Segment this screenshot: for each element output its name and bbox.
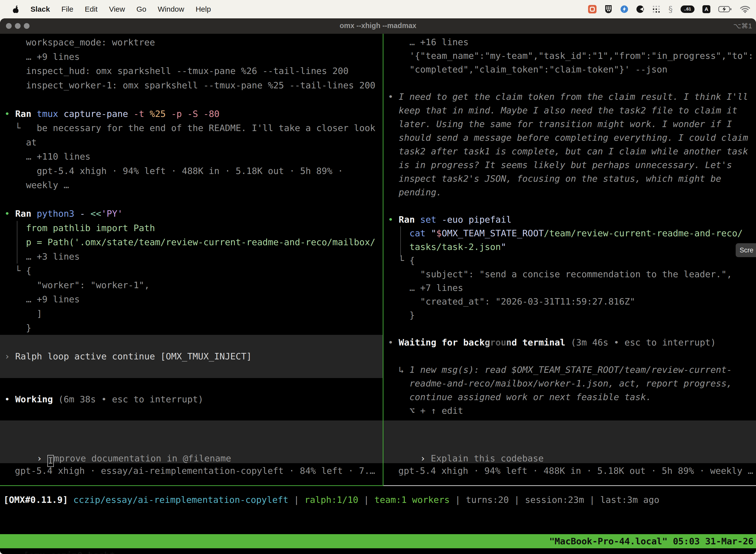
window-title: omx --xhigh --madmax bbox=[0, 21, 756, 30]
text-segment: should send a message before completing … bbox=[388, 132, 748, 143]
text-segment: readme-and-reco/mailbox/worker-1.json, a… bbox=[388, 378, 732, 388]
terminal-line: workspace_mode: worktree bbox=[0, 35, 383, 50]
menu-item-edit[interactable]: Edit bbox=[85, 5, 98, 13]
prompt-input-right[interactable]: ›Explain this codebase bbox=[383, 437, 756, 451]
text-segment: rou bbox=[490, 337, 506, 347]
wifi-icon[interactable] bbox=[740, 5, 750, 13]
text-segment: -euo pipefail bbox=[442, 214, 512, 225]
bolt-badge-icon[interactable] bbox=[620, 5, 628, 13]
input-source-icon[interactable]: A bbox=[702, 5, 710, 13]
text-segment: Ran bbox=[15, 209, 37, 219]
terminal-line bbox=[383, 76, 756, 90]
menu-bar: Slack FileEditViewGoWindowHelp bbox=[0, 0, 756, 18]
menu-item-view[interactable]: View bbox=[109, 5, 125, 13]
text-segment: … +9 lines bbox=[4, 52, 80, 62]
terminal-line: at bbox=[0, 135, 383, 150]
text-segment: └ { bbox=[4, 266, 31, 276]
apple-menu-icon[interactable] bbox=[12, 5, 19, 13]
moon-icon[interactable] bbox=[636, 5, 644, 13]
terminal-line: "created_at": "2026-03-31T11:59:27.816Z" bbox=[383, 295, 756, 308]
text-segment: └ { bbox=[388, 256, 415, 266]
text-segment: • bbox=[4, 109, 15, 119]
text-segment: Waiting for back bbox=[398, 337, 485, 347]
text-segment bbox=[68, 495, 73, 505]
text-segment: /team/review-current-readme-and-reco/ bbox=[544, 228, 743, 238]
text-segment: 'PY' bbox=[101, 209, 123, 219]
prompt-input-left[interactable]: ›Improve documentation in @filename bbox=[0, 437, 383, 451]
terminal-line: } bbox=[0, 321, 383, 335]
terminal-line bbox=[0, 192, 383, 207]
text-segment: %25 bbox=[149, 109, 171, 119]
text-segment: • bbox=[388, 214, 398, 225]
text-segment: cczip/essay/ai-reimplementation-copyleft bbox=[73, 495, 289, 505]
text-segment: -t bbox=[133, 109, 149, 119]
coin-badge-icon[interactable]: ..61 bbox=[681, 5, 694, 13]
shield-grid-icon[interactable] bbox=[605, 5, 612, 14]
terminal-line: later. Using the same for transition mig… bbox=[383, 117, 756, 131]
menu-item-window[interactable]: Window bbox=[158, 5, 184, 13]
text-segment: … +110 lines bbox=[4, 151, 90, 162]
menu-item-app[interactable]: Slack bbox=[30, 5, 50, 13]
text-segment: -p -S -80 bbox=[171, 109, 219, 119]
terminal-line: • Ran tmux capture-pane -t %25 -p -S -80 bbox=[0, 107, 383, 121]
terminal-line: gpt-5.4 xhigh · 94% left · 488K in · 5.1… bbox=[0, 164, 383, 178]
text-segment: "worker": "worker-1", bbox=[4, 280, 149, 290]
terminal-line: • Ran python3 - <<'PY' bbox=[0, 207, 383, 221]
apps-grid-icon[interactable] bbox=[652, 5, 660, 13]
text-segment: " bbox=[501, 242, 506, 252]
left-pane-border bbox=[0, 485, 383, 486]
text-segment: - bbox=[80, 209, 90, 219]
terminal-line: continue assigned work or next feasible … bbox=[383, 390, 756, 404]
terminal-line bbox=[0, 364, 383, 378]
text-segment: | bbox=[289, 495, 305, 505]
text-segment: later. Using the same for transition mig… bbox=[388, 119, 732, 129]
battery-icon[interactable] bbox=[718, 6, 732, 13]
prompt-chevron: › bbox=[420, 453, 426, 463]
terminal-line: ] bbox=[0, 307, 383, 321]
text-segment: ⌥ + ↑ edit bbox=[388, 405, 463, 416]
text-segment: at bbox=[4, 137, 37, 148]
menu-item-go[interactable]: Go bbox=[136, 5, 146, 13]
terminal-line: • Working (6m 38s • esc to interrupt) bbox=[0, 392, 383, 406]
text-segment: "subject": "send a concise recommendatio… bbox=[388, 269, 732, 279]
menu-item-file[interactable]: File bbox=[61, 5, 73, 13]
terminal-line bbox=[0, 378, 383, 392]
text-segment: ] bbox=[4, 309, 42, 319]
text-segment: gpt-5.4 xhigh · 94% left · 488K in · 5.1… bbox=[4, 166, 343, 176]
terminal-line: … +9 lines bbox=[0, 292, 383, 307]
terminal-line bbox=[0, 406, 383, 421]
text-segment: Working bbox=[15, 394, 58, 404]
text-segment: capture-pane bbox=[63, 109, 133, 119]
menu-item-help[interactable]: Help bbox=[196, 5, 211, 13]
text-segment: session:23m bbox=[525, 495, 584, 505]
terminal-line: ⌥ + ↑ edit bbox=[383, 404, 756, 418]
terminal-line: "subject": "send a concise recommendatio… bbox=[383, 267, 756, 281]
omx-status-line: [OMX#0.11.9] cczip/essay/ai-reimplementa… bbox=[0, 493, 756, 507]
text-segment: continue assigned work or next feasible … bbox=[388, 392, 651, 402]
chat-app-icon[interactable] bbox=[588, 5, 596, 13]
squiggle-icon[interactable]: § bbox=[669, 4, 673, 14]
terminal-line: └ { bbox=[383, 254, 756, 267]
text-segment: | bbox=[509, 495, 525, 505]
text-segment bbox=[388, 242, 410, 252]
text-segment: … +7 lines bbox=[388, 283, 463, 293]
terminal-line bbox=[383, 349, 756, 363]
terminal-line: } bbox=[383, 308, 756, 322]
terminal-line: • Ran set -euo pipefail bbox=[383, 213, 756, 226]
terminal-line: pending. bbox=[383, 185, 756, 199]
terminal-line: '{"team_name":"my-team","task_id":"1","f… bbox=[383, 49, 756, 63]
text-segment: Ralph loop active continue [OMX_TMUX_INJ… bbox=[15, 351, 252, 362]
text-segment: I need to get the claim token from the c… bbox=[398, 92, 748, 102]
input-placeholder: mprove documentation in @filename bbox=[54, 453, 231, 463]
terminal-line: weekly … bbox=[0, 178, 383, 192]
text-segment: $ bbox=[436, 228, 442, 238]
text-segment: "created_at": "2026-03-31T11:59:27.816Z" bbox=[388, 296, 635, 307]
tmux-host-clock: "MacBook-Pro-44.local" 05:03 31-Mar-26 bbox=[549, 534, 754, 548]
text-segment: Ran bbox=[398, 214, 420, 225]
terminal-line: readme-and-reco/mailbox/worker-1.json, a… bbox=[383, 377, 756, 390]
text-segment: inspect task2's JSON, focusing on the st… bbox=[388, 173, 721, 184]
text-segment: › bbox=[4, 351, 15, 362]
terminal-line: cat "$OMX_TEAM_STATE_ROOT/team/review-cu… bbox=[383, 226, 756, 240]
text-segment: • bbox=[4, 394, 15, 404]
terminal-line: … +7 lines bbox=[383, 281, 756, 295]
